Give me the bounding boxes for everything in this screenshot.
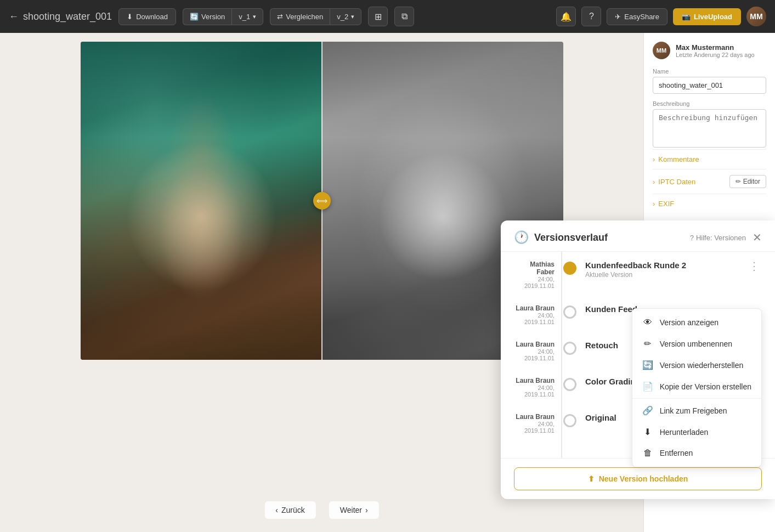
panel-user-name: Max Mustermann [676, 43, 755, 52]
context-copy-version[interactable]: 📄 Kopie der Version erstellen [632, 376, 761, 397]
version-dropdown[interactable]: v_1 ▾ [231, 8, 263, 25]
split-view-button[interactable]: ⧉ [394, 7, 414, 26]
compare-image: ⟺ [81, 42, 563, 360]
download-ctx-icon: ⬇ [642, 427, 653, 437]
version-group: 🔄 Version v_1 ▾ [183, 8, 263, 25]
easy-share-button[interactable]: ✈ EasyShare [607, 8, 667, 25]
exif-section[interactable]: › EXIF [653, 194, 766, 213]
version-chevron-icon: ▾ [253, 13, 256, 20]
editor-pencil-icon: ✏ [736, 178, 741, 185]
version-meta: Laura Braun 24:00, 2019.11.01 [514, 413, 563, 434]
version-content: Kundenfeedback Runde 2 Aktuelle Version [576, 261, 746, 279]
download-button[interactable]: ⬇ Download [118, 8, 176, 25]
version-history-icon: 🕐 [514, 230, 529, 245]
rename-icon: ✏ [642, 338, 653, 349]
comments-section[interactable]: › Kommentare [653, 149, 766, 169]
panel-last-change: Letzte Änderung 22 days ago [676, 52, 755, 58]
download-icon: ⬇ [127, 13, 133, 21]
help-circle-icon: ? [690, 234, 694, 242]
compare-group: ⇄ Vergleichen v_2 ▾ [270, 8, 361, 25]
context-share-link[interactable]: 🔗 Link zum Freigeben [632, 400, 761, 421]
upload-version-button[interactable]: ⬆ Neue Version hochladen [514, 467, 762, 490]
version-dot-inactive [563, 305, 576, 319]
notifications-button[interactable]: 🔔 [556, 7, 576, 26]
live-upload-icon: 📷 [682, 13, 691, 21]
version-panel-controls: ? Hilfe: Versionen ✕ [690, 232, 762, 243]
next-icon: › [365, 506, 368, 514]
version-dot-inactive [563, 414, 576, 427]
bell-icon: 🔔 [561, 12, 572, 22]
version-history-panel: 🕐 Versionsverlauf ? Hilfe: Versionen ✕ M… [501, 220, 775, 499]
version-dot-active [563, 262, 576, 275]
topbar-title: shooting_water_001 [23, 11, 112, 22]
next-button[interactable]: Weiter › [329, 501, 379, 519]
version-meta: Laura Braun 24:00, 2019.11.01 [514, 341, 563, 361]
help-icon: ? [589, 12, 594, 21]
name-input[interactable] [653, 77, 766, 94]
compare-icon: ⇄ [277, 13, 283, 21]
image-navigation: ‹ Zurück Weiter › [264, 501, 378, 519]
image-left-color [81, 42, 322, 360]
link-icon: 🔗 [642, 405, 653, 416]
prev-icon: ‹ [275, 506, 278, 514]
version-context-menu: 👁 Version anzeigen ✏ Version umbenennen … [632, 308, 762, 467]
context-divider [632, 398, 761, 399]
compare-chevron-icon: ▾ [351, 13, 354, 20]
exif-chevron-icon: › [653, 200, 655, 208]
grid-view-button[interactable]: ⊞ [368, 7, 388, 26]
remove-icon: 🗑 [642, 448, 653, 458]
prev-button[interactable]: ‹ Zurück [264, 501, 315, 519]
context-rename-version[interactable]: ✏ Version umbenennen [632, 333, 761, 354]
topbar: ← shooting_water_001 ⬇ Download 🔄 Versio… [0, 0, 775, 33]
version-panel-header: 🕐 Versionsverlauf ? Hilfe: Versionen ✕ [501, 220, 775, 252]
version-button[interactable]: 🔄 Version [183, 8, 231, 25]
restore-icon: 🔄 [642, 360, 653, 370]
compare-version-dropdown[interactable]: v_2 ▾ [330, 8, 361, 25]
version-dot-inactive [563, 378, 576, 391]
context-remove[interactable]: 🗑 Entfernen [632, 443, 761, 463]
main-content: ⟺ ‹ Zurück Weiter › MM Max Mustermann Le… [0, 33, 775, 532]
version-panel-close-button[interactable]: ✕ [753, 232, 762, 243]
description-textarea[interactable] [653, 109, 766, 148]
panel-user-row: MM Max Mustermann Letzte Änderung 22 day… [653, 42, 766, 59]
help-versions-link[interactable]: ? Hilfe: Versionen [690, 234, 746, 242]
iptc-chevron-icon: › [653, 178, 655, 186]
panel-avatar: MM [653, 42, 670, 59]
view-icon: 👁 [642, 318, 653, 327]
compare-divider-handle[interactable]: ⟺ [313, 192, 331, 210]
context-restore-version[interactable]: 🔄 Version wiederherstellen [632, 354, 761, 376]
help-button[interactable]: ? [581, 7, 601, 26]
upload-icon: ⬆ [588, 474, 595, 483]
version-icon: 🔄 [190, 13, 199, 21]
topbar-right: 🔔 ? ✈ EasyShare 📷 LiveUpload MM [556, 7, 766, 26]
editor-button[interactable]: ✏ Editor [729, 175, 766, 188]
description-label: Beschreibung [653, 100, 766, 107]
name-label: Name [653, 68, 766, 75]
grid-icon: ⊞ [375, 12, 382, 22]
version-dot-inactive [563, 342, 576, 355]
back-button[interactable]: ← shooting_water_001 [9, 11, 112, 22]
version-item: Mathias Faber 24:00, 2019.11.01 Kundenfe… [514, 261, 762, 289]
easy-share-icon: ✈ [615, 13, 621, 21]
comments-chevron-icon: › [653, 155, 655, 163]
avatar[interactable]: MM [746, 7, 766, 26]
version-meta: Mathias Faber 24:00, 2019.11.01 [514, 261, 563, 289]
iptc-section[interactable]: › IPTC Daten ✏ Editor [653, 169, 766, 194]
compare-button[interactable]: ⇄ Vergleichen [270, 8, 330, 25]
split-icon: ⧉ [401, 12, 408, 21]
back-icon: ← [9, 11, 19, 22]
version-panel-title: 🕐 Versionsverlauf [514, 230, 608, 245]
version-meta: Laura Braun 24:00, 2019.11.01 [514, 377, 563, 398]
copy-icon: 📄 [642, 381, 653, 392]
context-view-version[interactable]: 👁 Version anzeigen [632, 312, 761, 333]
context-download[interactable]: ⬇ Herunterladen [632, 421, 761, 443]
version-more-button-0[interactable]: ⋮ [746, 261, 762, 271]
live-upload-button[interactable]: 📷 LiveUpload [673, 8, 741, 25]
version-meta: Laura Braun 24:00, 2019.11.01 [514, 304, 563, 325]
